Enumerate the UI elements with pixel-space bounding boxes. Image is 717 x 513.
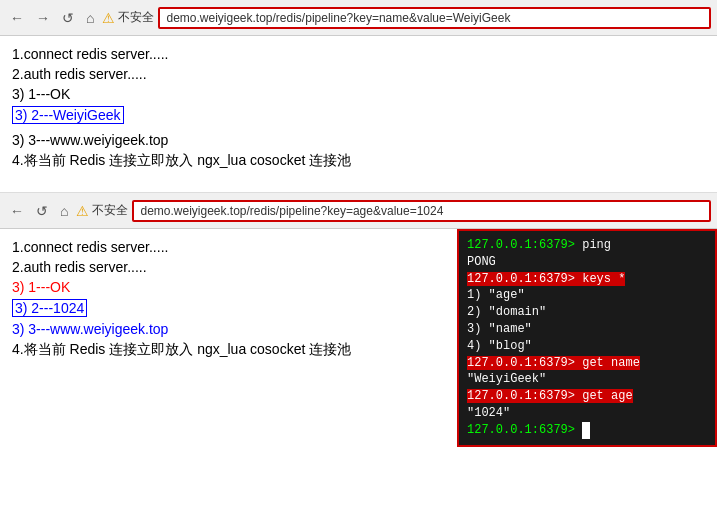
content1-line6: 4.将当前 Redis 连接立即放入 ngx_lua cosocket 连接池 [12, 152, 705, 170]
security-badge-1: ⚠ 不安全 [102, 9, 154, 26]
terminal-panel: 127.0.0.1:6379> pingPONG127.0.0.1:6379> … [457, 229, 717, 447]
forward-button-1[interactable]: → [32, 8, 54, 28]
content1-line4-wrapper: 3) 2---WeiyiGeek [12, 106, 705, 128]
content1-line4: 3) 2---WeiyiGeek [12, 106, 124, 124]
reload-button-1[interactable]: ↺ [58, 8, 78, 28]
browser-bar-2: ← ↺ ⌂ ⚠ 不安全 [0, 193, 717, 229]
terminal-line: 127.0.0.1:6379> [467, 422, 707, 439]
terminal-line: 127.0.0.1:6379> ping [467, 237, 707, 254]
terminal-line: "WeiyiGeek" [467, 371, 707, 388]
terminal-line: 3) "name" [467, 321, 707, 338]
url-bar-1[interactable] [158, 7, 711, 29]
warning-icon-1: ⚠ [102, 10, 115, 26]
terminal-line: 4) "blog" [467, 338, 707, 355]
content2-line4-wrapper: 3) 2---1024 [12, 299, 445, 321]
browser-bar-1: ← → ↺ ⌂ ⚠ 不安全 [0, 0, 717, 36]
content2-line3: 3) 1---OK [12, 279, 445, 295]
content1-line2: 2.auth redis server..... [12, 66, 705, 82]
terminal-line: PONG [467, 254, 707, 271]
content1-line1: 1.connect redis server..... [12, 46, 705, 62]
terminal-line: 127.0.0.1:6379> keys * [467, 271, 707, 288]
content2-area: 1.connect redis server..... 2.auth redis… [0, 229, 457, 373]
terminal-line: 127.0.0.1:6379> get name [467, 355, 707, 372]
back-button-1[interactable]: ← [6, 8, 28, 28]
url-bar-2[interactable] [132, 200, 711, 222]
content2-line4: 3) 2---1024 [12, 299, 87, 317]
content2-line2: 2.auth redis server..... [12, 259, 445, 275]
terminal-line: 127.0.0.1:6379> get age [467, 388, 707, 405]
home-button-1[interactable]: ⌂ [82, 8, 98, 28]
warning-icon-2: ⚠ [76, 203, 89, 219]
content1-line3: 3) 1---OK [12, 86, 705, 102]
content2-line1: 1.connect redis server..... [12, 239, 445, 255]
security-label-1: 不安全 [118, 9, 154, 26]
second-content: 1.connect redis server..... 2.auth redis… [0, 229, 717, 447]
content-area-1: 1.connect redis server..... 2.auth redis… [0, 36, 717, 184]
security-label-2: 不安全 [92, 202, 128, 219]
reload-button-2[interactable]: ↺ [32, 201, 52, 221]
terminal-line: "1024" [467, 405, 707, 422]
home-button-2[interactable]: ⌂ [56, 201, 72, 221]
security-badge-2: ⚠ 不安全 [76, 202, 128, 219]
second-section: ← ↺ ⌂ ⚠ 不安全 1.connect redis server..... … [0, 192, 717, 447]
content1-line5: 3) 3---www.weiyigeek.top [12, 132, 705, 148]
back-button-2[interactable]: ← [6, 201, 28, 221]
terminal-line: 2) "domain" [467, 304, 707, 321]
content2-line5: 3) 3---www.weiyigeek.top [12, 321, 445, 337]
content2-line6: 4.将当前 Redis 连接立即放入 ngx_lua cosocket 连接池 [12, 341, 445, 359]
terminal-line: 1) "age" [467, 287, 707, 304]
